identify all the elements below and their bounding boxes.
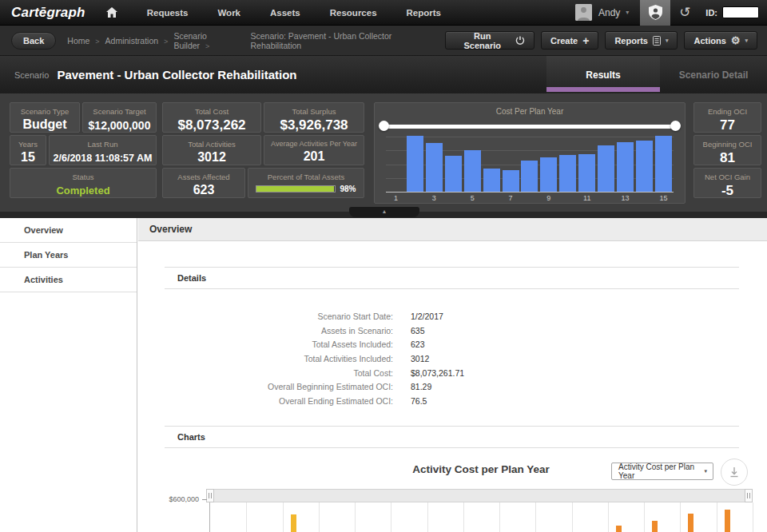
details-list: Scenario Start Date: 1/2/2017 Assets in …: [157, 309, 464, 408]
content-header: Overview: [138, 218, 767, 241]
cartegraph-app: Cartēgraph RequestsWorkAssetsResourcesRe…: [0, 0, 767, 532]
gridline: [283, 502, 284, 532]
nav-item[interactable]: Reports: [407, 8, 441, 18]
mini-cost-bar: [503, 170, 519, 192]
download-chart-button[interactable]: [721, 459, 748, 486]
home-icon[interactable]: [106, 7, 117, 18]
gridline: [463, 502, 464, 532]
breadcrumb-item: Scenario: Pavement - Urban Collector Reh…: [251, 31, 445, 50]
breadcrumb-item: Administration>: [105, 36, 174, 46]
stat-years: Years 15: [10, 135, 46, 165]
breadcrumb-separator: >: [164, 38, 168, 46]
back-button[interactable]: Back: [11, 32, 56, 50]
nav-item[interactable]: Work: [217, 8, 240, 18]
breadcrumb: Home> Administration> Scenario Builder> …: [67, 31, 444, 50]
chevron-down-icon: ▾: [745, 38, 748, 44]
chevron-down-icon: ▾: [666, 38, 669, 44]
stat-total-cost: Total Cost $8,073,262: [162, 102, 261, 133]
sidebar-item-plan-years[interactable]: Plan Years: [0, 243, 137, 268]
avatar[interactable]: [575, 4, 592, 21]
breadcrumb-link[interactable]: Scenario Builder: [173, 31, 206, 50]
breadcrumb-item: Home>: [67, 36, 105, 46]
range-slider-right-handle[interactable]: [670, 121, 681, 131]
gridline: [427, 502, 428, 532]
chart-select-value: Activity Cost per Plan Year: [618, 463, 704, 480]
detail-label: Total Activities Included:: [157, 354, 393, 363]
year-range-slider[interactable]: [384, 125, 676, 129]
run-scenario-button[interactable]: Run Scenario: [445, 31, 535, 50]
nav-item[interactable]: Resources: [330, 8, 377, 18]
history-icon[interactable]: ↺: [670, 0, 699, 26]
mini-chart-x-label: 11: [578, 194, 596, 202]
detail-row: Overall Beginning Estimated OCI: 81.29: [157, 379, 464, 394]
chart-select-dropdown[interactable]: Activity Cost per Plan Year ▾: [611, 463, 713, 480]
detail-row: Scenario Start Date: 1/2/2017: [157, 309, 464, 324]
gridline: [391, 502, 391, 532]
nav-item[interactable]: Requests: [147, 8, 189, 18]
breadcrumb-item: Scenario Builder>: [173, 31, 250, 50]
breadcrumb-link[interactable]: Administration: [105, 36, 159, 46]
chevron-down-icon[interactable]: ▾: [626, 9, 629, 16]
mini-chart-x-label: 1: [387, 194, 405, 202]
primary-nav: RequestsWorkAssetsResourcesReports: [117, 8, 441, 18]
detail-label: Total Assets Included:: [157, 339, 393, 349]
scrollbar-left-grip[interactable]: [206, 489, 214, 502]
scenario-actions: Run Scenario Create + Reports ▾ Actions …: [445, 31, 757, 50]
stat-ending-oci: Ending OCI 77: [693, 102, 761, 133]
mini-cost-bar: [445, 156, 462, 192]
stat-scenario-target: Scenario Target $12,000,000: [82, 102, 157, 133]
breadcrumb-link[interactable]: Home: [67, 36, 89, 46]
collapse-panel-handle[interactable]: ▴: [349, 207, 419, 217]
download-icon: [729, 466, 740, 478]
mini-cost-bar: [636, 141, 653, 192]
details-section-heading: Details: [165, 267, 739, 289]
reports-button[interactable]: Reports ▾: [605, 31, 678, 50]
detail-value: 81.29: [411, 382, 431, 391]
activity-cost-bar: [652, 521, 658, 532]
top-nav-right: Andy ▾ ↺ ID:: [575, 0, 767, 26]
mini-chart-x-label: 13: [616, 194, 634, 202]
mini-cost-bar: [578, 154, 595, 192]
plus-icon: +: [582, 37, 589, 45]
scrollbar-right-grip[interactable]: [745, 489, 753, 502]
id-input[interactable]: [722, 6, 759, 18]
chart-horizontal-scrollbar[interactable]: [206, 489, 753, 502]
cartegraph-logo[interactable]: Cartēgraph: [11, 5, 85, 21]
mini-chart-x-label: [444, 194, 463, 202]
mini-cost-bar: [617, 142, 634, 192]
stat-average-activities: Average Activities Per Year 201: [264, 135, 364, 165]
mini-chart-x-label: 3: [425, 194, 443, 202]
percent-value: 98%: [340, 185, 356, 193]
create-label: Create: [550, 36, 578, 46]
stat-net-oci-gain: Net OCI Gain -5: [693, 168, 761, 198]
detail-row: Total Assets Included: 623: [157, 337, 464, 351]
gridline: [499, 502, 500, 532]
stats-panel: Scenario Type Budget Scenario Target $12…: [0, 93, 767, 212]
chevron-down-icon: ▾: [704, 468, 707, 474]
actions-label: Actions: [693, 36, 725, 46]
mini-chart-x-label: [597, 194, 615, 202]
admin-shield-button[interactable]: [640, 0, 670, 26]
main-content: Details Scenario Start Date: 1/2/2017 As…: [138, 242, 767, 532]
top-nav: Cartēgraph RequestsWorkAssetsResourcesRe…: [0, 0, 767, 26]
gear-icon: ⚙: [731, 37, 741, 45]
mini-chart-x-label: 5: [463, 194, 482, 202]
breadcrumb-separator: >: [95, 38, 99, 46]
gridline: [246, 502, 247, 532]
breadcrumb-link[interactable]: Scenario: Pavement - Urban Collector Reh…: [251, 31, 392, 50]
sidebar-item-overview[interactable]: Overview: [0, 218, 137, 243]
detail-label: Scenario Start Date:: [157, 312, 393, 321]
activity-cost-bar: [688, 514, 693, 532]
range-slider-left-handle[interactable]: [379, 121, 389, 131]
user-name[interactable]: Andy: [598, 7, 620, 18]
id-label: ID:: [705, 8, 717, 18]
sidebar-item-activities[interactable]: Activities: [0, 268, 137, 292]
mini-chart-plot: [386, 137, 674, 193]
tab-scenario-detail[interactable]: Scenario Detail: [660, 56, 767, 93]
actions-button[interactable]: Actions ⚙ ▾: [684, 31, 757, 50]
power-icon: [515, 36, 525, 46]
create-button[interactable]: Create +: [541, 31, 598, 50]
mini-chart-x-label: 15: [654, 194, 673, 202]
nav-item[interactable]: Assets: [270, 8, 300, 18]
tab-results[interactable]: Results: [546, 56, 660, 93]
